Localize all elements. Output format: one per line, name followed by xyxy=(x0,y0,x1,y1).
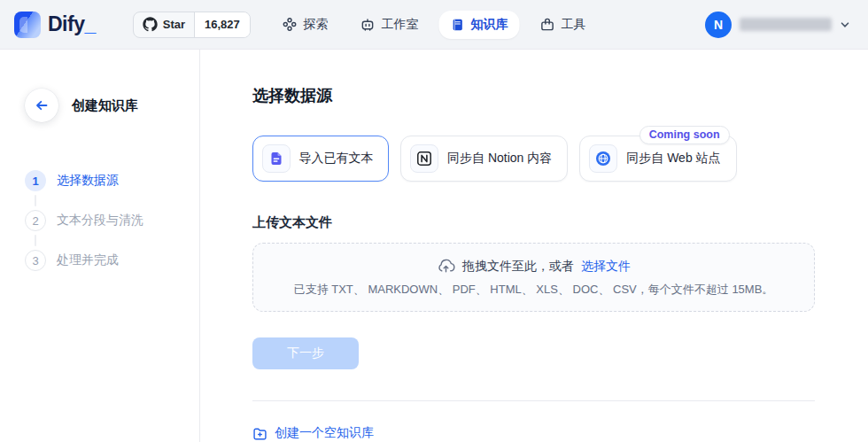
icon-box xyxy=(410,144,438,173)
step-label: 文本分段与清洗 xyxy=(57,213,143,229)
step-label: 处理并完成 xyxy=(57,252,119,268)
step-connector xyxy=(35,195,36,206)
drop-text: 拖拽文件至此，或者 xyxy=(462,259,574,275)
main-content: 选择数据源 导入已有文本 同步自 N xyxy=(200,50,868,442)
create-kb-sidebar: 创建知识库 1 选择数据源 2 文本分段与清洗 3 处理并完成 xyxy=(0,50,200,442)
step-number: 1 xyxy=(25,170,46,191)
source-card-web[interactable]: Coming soon 同步自 Web 站点 xyxy=(579,136,736,182)
page-body: 创建知识库 1 选择数据源 2 文本分段与清洗 3 处理并完成 xyxy=(0,50,868,442)
knowledge-icon xyxy=(451,18,465,32)
step-label: 选择数据源 xyxy=(57,173,119,189)
nav-item-studio[interactable]: 工作室 xyxy=(349,11,430,39)
nav-label: 工具 xyxy=(562,17,586,33)
file-text-icon xyxy=(268,151,284,167)
tools-icon xyxy=(540,17,555,32)
avatar[interactable]: N xyxy=(705,12,732,38)
dify-logo-icon xyxy=(14,12,41,38)
step-item-2: 2 文本分段与清洗 xyxy=(25,210,199,231)
dify-logo[interactable]: Dify_ xyxy=(14,12,96,38)
step-item-3: 3 处理并完成 xyxy=(25,250,199,271)
create-empty-kb-link[interactable]: 创建一个空知识库 xyxy=(252,425,374,441)
step-number: 2 xyxy=(25,210,46,231)
username-redacted xyxy=(740,18,832,31)
account-menu[interactable]: N xyxy=(705,12,854,38)
notion-icon xyxy=(416,151,432,167)
github-star-count: 16,827 xyxy=(195,12,250,37)
nav-label: 探索 xyxy=(304,17,329,33)
github-star-label: Star xyxy=(163,18,185,31)
page-title: 创建知识库 xyxy=(72,97,138,114)
globe-icon xyxy=(595,151,611,167)
cloud-upload-icon xyxy=(437,257,455,275)
source-card-notion[interactable]: 同步自 Notion 内容 xyxy=(400,136,568,182)
section-divider xyxy=(252,400,815,401)
supported-formats-hint: 已支持 TXT、 MARKDOWN、 PDF、 HTML、 XLS、 DOC、 … xyxy=(294,282,774,298)
next-step-button[interactable]: 下一步 xyxy=(252,337,359,369)
nav-item-explore[interactable]: 探索 xyxy=(271,11,340,39)
nav-item-knowledge[interactable]: 知识库 xyxy=(439,11,520,39)
studio-icon xyxy=(360,17,376,32)
nav-label: 工作室 xyxy=(382,17,419,33)
source-card-label: 同步自 Web 站点 xyxy=(626,151,720,167)
arrow-left-icon xyxy=(34,97,50,113)
upload-section-label: 上传文本文件 xyxy=(252,214,815,231)
source-card-label: 同步自 Notion 内容 xyxy=(447,151,552,167)
explore-icon xyxy=(283,17,298,32)
dify-app: Dify_ Star 16,827 探索 工作室 xyxy=(0,0,868,442)
back-button[interactable] xyxy=(25,89,58,122)
icon-box xyxy=(262,144,291,173)
source-card-label: 导入已有文本 xyxy=(299,151,374,167)
github-icon xyxy=(143,17,158,32)
dify-logo-text: Dify_ xyxy=(48,12,96,36)
nav-label: 知识库 xyxy=(471,17,508,33)
step-number: 3 xyxy=(25,250,46,271)
icon-box xyxy=(589,144,617,173)
dropzone-instruction: 拖拽文件至此，或者 选择文件 xyxy=(437,257,631,275)
browse-files-link[interactable]: 选择文件 xyxy=(581,259,631,275)
step-connector xyxy=(35,235,36,246)
create-empty-kb-label: 创建一个空知识库 xyxy=(275,425,374,441)
coming-soon-badge: Coming soon xyxy=(639,126,730,144)
top-header: Dify_ Star 16,827 探索 工作室 xyxy=(0,0,868,50)
nav-item-tools[interactable]: 工具 xyxy=(529,11,598,39)
chevron-down-icon xyxy=(840,19,850,30)
step-item-1: 1 选择数据源 xyxy=(25,170,199,191)
main-nav: 探索 工作室 知识库 工具 xyxy=(271,11,598,39)
folder-plus-icon xyxy=(252,426,267,441)
github-star-button[interactable]: Star xyxy=(134,12,195,37)
sidebar-header: 创建知识库 xyxy=(25,89,199,122)
github-star-badge[interactable]: Star 16,827 xyxy=(133,12,251,38)
file-dropzone[interactable]: 拖拽文件至此，或者 选择文件 已支持 TXT、 MARKDOWN、 PDF、 H… xyxy=(252,243,815,312)
source-card-import-text[interactable]: 导入已有文本 xyxy=(252,136,389,182)
step-list: 1 选择数据源 2 文本分段与清洗 3 处理并完成 xyxy=(25,170,199,271)
data-source-options: 导入已有文本 同步自 Notion 内容 Coming soon xyxy=(252,136,815,182)
section-heading: 选择数据源 xyxy=(252,85,815,106)
